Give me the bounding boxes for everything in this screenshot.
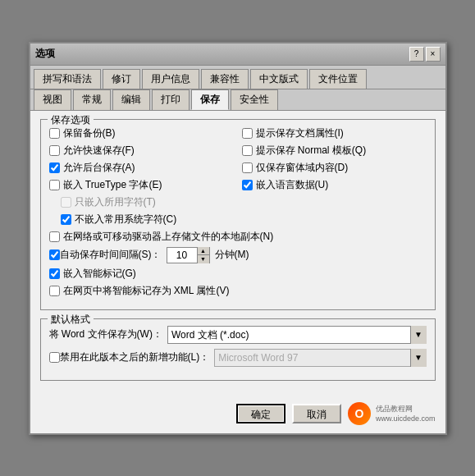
disable-row: 禁用在此版本之后的新增功能(L)： Microsoft Word 97 ▼ — [49, 349, 427, 367]
truetype-label: 嵌入 TrueType 字体(E) — [63, 178, 162, 192]
checkbox-row-truetype: 嵌入 TrueType 字体(E) — [49, 178, 234, 192]
autosave-spinner: ▲ ▼ — [167, 247, 210, 263]
tab-spelling[interactable]: 拼写和语法 — [34, 69, 101, 89]
langdata-checkbox[interactable] — [242, 180, 253, 190]
content-area: 保存选项 保留备份(B) 允许快速保存(F) 允许后台保存(A) — [30, 111, 445, 397]
nosysembed-label: 不嵌入常用系统字符(C) — [75, 213, 177, 227]
disable-select-wrapper: Microsoft Word 97 ▼ — [214, 349, 426, 367]
tab-userinfo[interactable]: 用户信息 — [142, 69, 199, 89]
tab-revision[interactable]: 修订 — [103, 69, 140, 89]
autosave-input[interactable] — [167, 248, 197, 263]
truetype-checkbox[interactable] — [49, 180, 60, 190]
promptnormal-checkbox[interactable] — [242, 145, 253, 156]
subsetembed-checkbox[interactable] — [61, 197, 71, 208]
left-column: 保留备份(B) 允许快速保存(F) 允许后台保存(A) 嵌入 TrueType … — [49, 126, 234, 230]
checkbox-row-smarttag: 嵌入智能标记(G) — [49, 267, 427, 281]
default-format-label: 默认格式 — [48, 313, 94, 327]
langdata-label: 嵌入语言数据(U) — [256, 178, 329, 192]
fastsave-label: 允许快速保存(F) — [63, 144, 135, 158]
default-format-group: 默认格式 将 Word 文件保存为(W)： Word 文档 (*.doc) ▼ … — [40, 318, 436, 381]
tab-chinese[interactable]: 中文版式 — [250, 69, 308, 89]
xml-checkbox[interactable] — [49, 286, 60, 296]
spinner-buttons: ▲ ▼ — [197, 247, 209, 263]
autosave-label: 自动保存时间间隔(S)： — [60, 248, 162, 262]
watermark-text: 优品教程网www.uicdede.com — [376, 404, 436, 423]
smarttag-label: 嵌入智能标记(G) — [63, 267, 136, 281]
checkbox-row-promptnormal: 提示保存 Normal 模板(Q) — [242, 144, 427, 158]
checkbox-row-backup: 保留备份(B) — [49, 126, 234, 140]
promptprop-label: 提示保存文档属性(I) — [256, 126, 344, 140]
formonly-checkbox[interactable] — [242, 162, 253, 173]
autosave-suffix: 分钟(M) — [215, 248, 249, 262]
save-options-group: 保存选项 保留备份(B) 允许快速保存(F) 允许后台保存(A) — [40, 119, 436, 310]
save-as-select-wrapper: Word 文档 (*.doc) ▼ — [167, 326, 427, 344]
smarttag-checkbox[interactable] — [49, 268, 60, 279]
disable-label: 禁用在此版本之后的新增功能(L)： — [60, 350, 210, 364]
tab-print[interactable]: 打印 — [152, 89, 190, 110]
help-button[interactable]: ? — [409, 47, 424, 62]
autosave-checkbox[interactable] — [49, 249, 60, 260]
save-as-select[interactable]: Word 文档 (*.doc) — [167, 326, 427, 344]
tab-compat[interactable]: 兼容性 — [201, 69, 249, 89]
bgsave-checkbox[interactable] — [49, 162, 60, 173]
checkbox-row-formonly: 仅保存窗体域内容(D) — [242, 161, 427, 175]
backup-label: 保留备份(B) — [63, 126, 116, 140]
checkbox-row-subsetembed: 只嵌入所用字符(T) — [49, 195, 234, 209]
dialog: 选项 ? × 拼写和语法 修订 用户信息 兼容性 中文版式 文件位置 视图 常规… — [29, 42, 447, 435]
checkbox-row-bgsave: 允许后台保存(A) — [49, 161, 234, 175]
disable-select[interactable]: Microsoft Word 97 — [214, 349, 426, 367]
promptnormal-label: 提示保存 Normal 模板(Q) — [256, 144, 367, 158]
save-options-label: 保存选项 — [48, 113, 94, 127]
checkbox-row-promptprop: 提示保存文档属性(I) — [242, 126, 427, 140]
checkbox-row-langdata: 嵌入语言数据(U) — [242, 178, 427, 192]
cancel-button[interactable]: 取消 — [292, 404, 341, 423]
watermark: O 优品教程网www.uicdede.com — [348, 402, 436, 425]
close-button[interactable]: × — [426, 47, 441, 62]
checkbox-row-xml: 在网页中将智能标记存为 XML 属性(V) — [49, 284, 427, 298]
right-column: 提示保存文档属性(I) 提示保存 Normal 模板(Q) 仅保存窗体域内容(D… — [242, 126, 427, 230]
autosave-row: 自动保存时间间隔(S)： ▲ ▼ 分钟(M) — [49, 247, 427, 263]
bgsave-label: 允许后台保存(A) — [63, 161, 135, 175]
dialog-title: 选项 — [35, 47, 55, 61]
netbackup-label: 在网络或可移动驱动器上存储文件的本地副本(N) — [63, 230, 274, 244]
save-as-label: 将 Word 文件保存为(W)： — [49, 327, 162, 341]
bottom-bar: 确定 取消 O 优品教程网www.uicdede.com — [30, 397, 445, 433]
tab-security[interactable]: 安全性 — [231, 89, 278, 110]
subsetembed-label: 只嵌入所用字符(T) — [75, 195, 156, 209]
title-bar: 选项 ? × — [30, 43, 445, 66]
tab-fileloc[interactable]: 文件位置 — [309, 69, 367, 89]
spin-down-button[interactable]: ▼ — [198, 255, 209, 263]
backup-checkbox[interactable] — [49, 128, 60, 139]
save-as-row: 将 Word 文件保存为(W)： Word 文档 (*.doc) ▼ — [49, 326, 427, 344]
netbackup-checkbox[interactable] — [49, 231, 60, 242]
xml-label: 在网页中将智能标记存为 XML 属性(V) — [63, 284, 230, 298]
tab-edit[interactable]: 编辑 — [112, 89, 150, 110]
spin-up-button[interactable]: ▲ — [198, 247, 209, 255]
checkbox-row-fastsave: 允许快速保存(F) — [49, 144, 234, 158]
ok-button[interactable]: 确定 — [236, 404, 285, 423]
tab-view[interactable]: 视图 — [34, 89, 71, 110]
nosysembed-checkbox[interactable] — [61, 214, 71, 225]
tabs-row1: 拼写和语法 修订 用户信息 兼容性 中文版式 文件位置 — [30, 66, 445, 89]
fastsave-checkbox[interactable] — [49, 145, 60, 156]
tab-save[interactable]: 保存 — [191, 89, 229, 110]
disable-checkbox[interactable] — [49, 352, 60, 363]
promptprop-checkbox[interactable] — [242, 128, 253, 139]
checkbox-row-nosysembed: 不嵌入常用系统字符(C) — [49, 213, 234, 227]
tabs-row2: 视图 常规 编辑 打印 保存 安全性 — [30, 89, 445, 111]
title-buttons: ? × — [409, 47, 441, 62]
tab-general[interactable]: 常规 — [73, 89, 111, 110]
formonly-label: 仅保存窗体域内容(D) — [256, 161, 349, 175]
watermark-logo: O — [348, 402, 371, 425]
options-grid: 保留备份(B) 允许快速保存(F) 允许后台保存(A) 嵌入 TrueType … — [49, 126, 427, 230]
checkbox-row-netbackup: 在网络或可移动驱动器上存储文件的本地副本(N) — [49, 230, 427, 244]
